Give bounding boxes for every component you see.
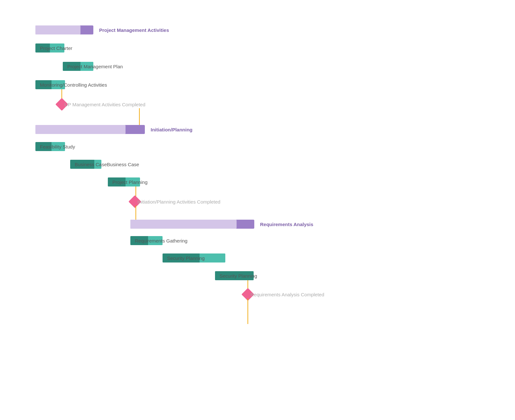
- label-milestone-requirements: Requirements Analysis Completed: [250, 292, 324, 297]
- bar-summary-outer-6: [35, 125, 145, 134]
- label-initiation-planning: Initiation/Planning: [151, 127, 192, 132]
- bar-summary-inner-11: [130, 220, 237, 229]
- bar-group-1: [35, 24, 93, 36]
- row-requirements-analysis: Requirements Analysis: [130, 218, 313, 230]
- label-feasibility: Feasibility Study: [40, 144, 75, 149]
- label-project-planning: Project Planning: [112, 179, 147, 185]
- gantt-chart: Project Management Activities Project Ch…: [0, 0, 515, 420]
- bar-group-6: [35, 124, 145, 135]
- row-monitoring: Monitoring/Controlling Activities: [35, 80, 65, 89]
- bar-summary-outer-11: [130, 220, 254, 229]
- row-project-mgmt-plan: Project Management Plan: [63, 62, 93, 71]
- label-requirements-gathering: Requirements Gathering: [135, 238, 187, 243]
- connector-v-6: [248, 298, 248, 324]
- label-security-planning-narrow: Security Planning: [220, 273, 257, 279]
- row-requirements-gathering: Requirements Gathering: [130, 236, 163, 245]
- label-requirements-analysis: Requirements Analysis: [260, 222, 313, 227]
- bar-summary-outer-1: [35, 25, 93, 34]
- row-security-planning-wide: Security Planning: [163, 253, 225, 262]
- row-project-management: Project Management Activities: [35, 24, 169, 36]
- bar-summary-inner-1: [35, 25, 80, 34]
- row-project-charter: Project Charter: [35, 43, 64, 52]
- label-monitoring: Monitoring/Controlling Activities: [40, 82, 107, 88]
- row-business-case: Business CaseBusiness Case: [70, 160, 101, 169]
- label-business-case: Business CaseBusiness Case: [75, 162, 139, 167]
- row-milestone-mgmt: UP Management Activities Completed: [57, 100, 66, 109]
- label-project-mgmt-plan: Project Management Plan: [67, 64, 123, 69]
- label-milestone-initiation: Initiation/Planning Activities Completed: [137, 199, 220, 205]
- label-milestone-mgmt: UP Management Activities Completed: [64, 102, 145, 107]
- row-feasibility: Feasibility Study: [35, 142, 65, 151]
- label-project-charter: Project Charter: [40, 45, 72, 51]
- bar-summary-inner-6: [35, 125, 126, 134]
- row-milestone-initiation: Initiation/Planning Activities Completed: [130, 197, 139, 206]
- label-security-planning-wide: Security Planning: [167, 255, 205, 261]
- row-milestone-requirements: Requirements Analysis Completed: [243, 290, 252, 299]
- row-security-planning-narrow: Security Planning: [215, 271, 254, 280]
- row-initiation-planning: Initiation/Planning: [35, 124, 192, 135]
- label-project-management: Project Management Activities: [99, 27, 169, 33]
- bar-group-11: [130, 218, 254, 230]
- row-project-planning: Project Planning: [108, 177, 140, 186]
